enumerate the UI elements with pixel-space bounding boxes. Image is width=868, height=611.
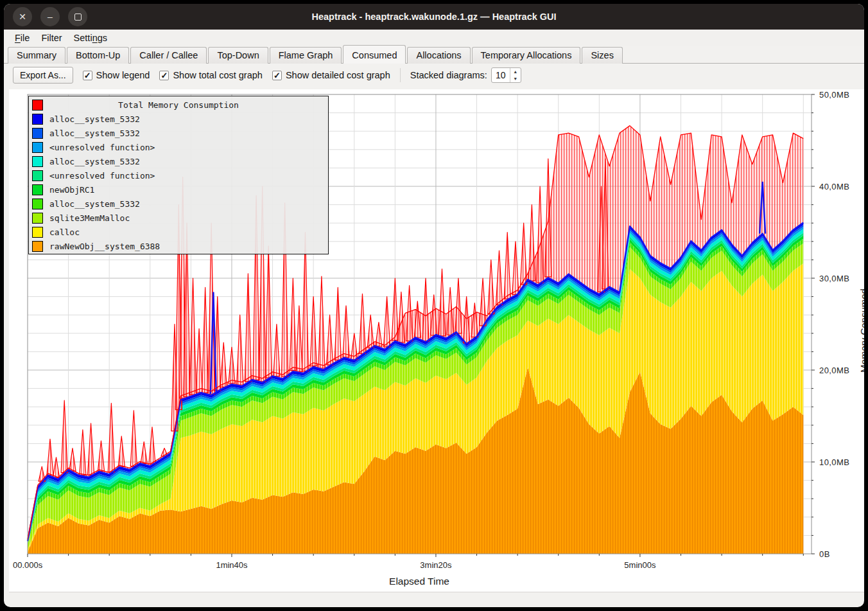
legend-item: newObjRC1 (29, 182, 328, 197)
stepper-value[interactable]: 10 (492, 68, 510, 82)
legend-label: sqlite3MemMalloc (49, 213, 130, 223)
legend-swatch-icon (32, 199, 43, 209)
checkbox-show-legend[interactable]: ✓Show legend (83, 70, 150, 80)
stacked-diagrams-group: Stacked diagrams: 10 ▲ ▼ (410, 67, 521, 83)
legend-item: alloc__system_5332 (29, 197, 328, 211)
stacked-diagrams-label: Stacked diagrams: (410, 70, 487, 80)
legend-swatch-icon (32, 227, 43, 238)
y-tick-label: 10,0MB (819, 457, 849, 467)
legend-title-row: Total Memory Consumption (29, 98, 328, 112)
legend-label: newObjRC1 (49, 185, 94, 195)
close-icon[interactable]: ✕ (13, 7, 32, 26)
legend-label: alloc__system_5332 (49, 199, 140, 209)
x-tick-label: 5min00s (624, 560, 655, 570)
tab-bottom-up[interactable]: Bottom-Up (67, 47, 129, 64)
chart-legend: Total Memory Consumptionalloc__system_53… (28, 96, 329, 254)
minimize-icon[interactable]: – (40, 7, 60, 26)
legend-swatch-icon (32, 114, 43, 125)
window-controls: ✕ – (4, 7, 87, 26)
legend-item: calloc (29, 225, 328, 239)
checkbox-box[interactable]: ✓ (159, 71, 169, 80)
menu-item-filter[interactable]: Filter (35, 31, 67, 45)
legend-swatch-icon (32, 100, 43, 111)
memory-consumption-chart[interactable]: Total Memory Consumptionalloc__system_53… (9, 89, 864, 592)
legend-item: alloc__system_5332 (29, 112, 328, 126)
tab-flame-graph[interactable]: Flame Graph (270, 47, 342, 64)
x-axis-title: Elapsed Time (389, 576, 449, 587)
stepper-arrows: ▲ ▼ (510, 68, 521, 82)
y-tick-label: 20,0MB (819, 366, 849, 375)
tab-allocations[interactable]: Allocations (407, 47, 470, 64)
stacked-diagrams-stepper[interactable]: 10 ▲ ▼ (491, 67, 521, 83)
legend-item: sqlite3MemMalloc (29, 211, 328, 225)
toolbar-separator (400, 68, 401, 82)
checkbox-label: Show total cost graph (173, 70, 262, 80)
legend-label: calloc (49, 227, 80, 237)
x-tick-label: 00.000s (13, 560, 42, 570)
checkbox-show-total-cost-graph[interactable]: ✓Show total cost graph (159, 70, 262, 80)
legend-label: alloc__system_5332 (49, 128, 140, 138)
menu-bar: FileFilterSettings (4, 30, 864, 46)
menu-item-settings[interactable]: Settings (68, 31, 113, 45)
toolbar: Export As... ✓Show legend✓Show total cos… (4, 64, 864, 87)
legend-swatch-icon (32, 156, 43, 167)
legend-swatch-icon (32, 142, 43, 153)
tab-consumed[interactable]: Consumed (343, 45, 406, 64)
y-tick-label: 50,0MB (819, 90, 849, 100)
chart-bottom-border (9, 592, 864, 592)
checkbox-show-detailed-cost-graph[interactable]: ✓Show detailed cost graph (272, 70, 390, 80)
maximize-glyph (74, 13, 82, 21)
checkbox-box[interactable]: ✓ (272, 71, 282, 80)
y-axis-title: Memory Consumed (859, 288, 865, 373)
window-title: Heaptrack - heaptrack.wakunode.1.gz — He… (4, 12, 864, 22)
export-as-button[interactable]: Export As... (13, 67, 73, 84)
x-tick-label: 1min40s (216, 560, 247, 570)
legend-label: <unresolved function> (49, 143, 155, 152)
legend-swatch-icon (32, 213, 43, 224)
legend-swatch-icon (32, 184, 43, 195)
app-window: ✕ – Heaptrack - heaptrack.wakunode.1.gz … (4, 4, 864, 607)
legend-item: <unresolved function> (29, 140, 328, 154)
legend-swatch-icon (32, 241, 43, 252)
tab-temporary-allocations[interactable]: Temporary Allocations (472, 47, 581, 64)
y-tick-label: 30,0MB (819, 274, 849, 283)
stepper-up-icon[interactable]: ▲ (510, 68, 521, 75)
tab-sizes[interactable]: Sizes (582, 47, 622, 64)
legend-item: alloc__system_5332 (29, 126, 328, 140)
y-tick-label: 0B (819, 549, 830, 559)
legend-label: <unresolved function> (49, 171, 155, 181)
x-tick-label: 3min20s (420, 560, 451, 570)
maximize-icon[interactable] (68, 7, 87, 26)
legend-item: <unresolved function> (29, 168, 328, 182)
checkbox-label: Show detailed cost graph (286, 70, 390, 80)
tab-top-down[interactable]: Top-Down (208, 47, 268, 64)
legend-item: rawNewObj__system_6388 (29, 239, 328, 253)
tab-summary[interactable]: Summary (8, 47, 65, 64)
legend-item: alloc__system_5332 (29, 154, 328, 168)
stepper-down-icon[interactable]: ▼ (510, 75, 521, 82)
title-bar[interactable]: ✕ – Heaptrack - heaptrack.wakunode.1.gz … (4, 4, 864, 30)
legend-label: alloc__system_5332 (49, 114, 140, 124)
legend-label: Total Memory Consumption (49, 100, 308, 110)
legend-swatch-icon (32, 170, 43, 181)
menu-item-file[interactable]: File (9, 31, 35, 45)
legend-label: alloc__system_5332 (49, 157, 140, 166)
legend-label: rawNewObj__system_6388 (49, 242, 160, 251)
checkbox-label: Show legend (96, 70, 150, 80)
checkbox-group: ✓Show legend✓Show total cost graph✓Show … (83, 70, 390, 80)
checkbox-box[interactable]: ✓ (83, 71, 92, 80)
legend-swatch-icon (32, 128, 43, 139)
tab-caller-callee[interactable]: Caller / Callee (130, 47, 207, 64)
y-tick-label: 40,0MB (819, 182, 849, 191)
tab-bar: SummaryBottom-UpCaller / CalleeTop-DownF… (4, 46, 864, 64)
